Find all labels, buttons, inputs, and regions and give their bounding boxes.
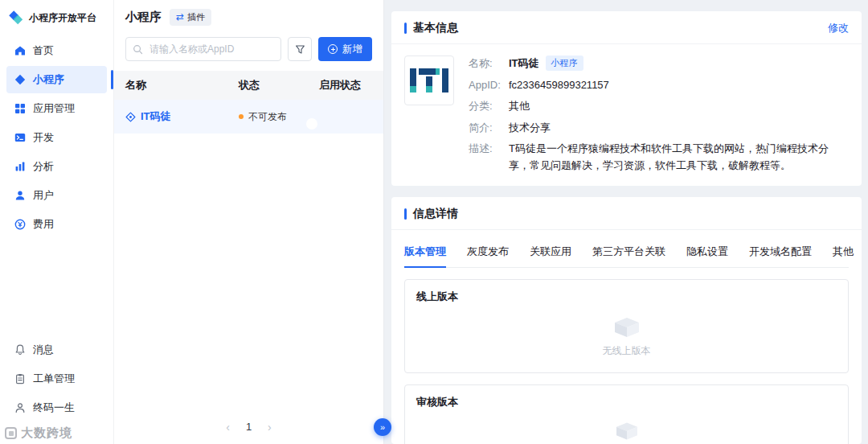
sidebar-item-user[interactable]: 用户	[6, 182, 107, 209]
sidebar-item-fee[interactable]: 费用	[6, 211, 107, 238]
add-button-label: 新增	[342, 43, 362, 56]
panel-title: 小程序	[125, 10, 162, 25]
sidebar-nav: 首页 小程序 应用管理	[0, 37, 113, 238]
field-label-appid: AppID:	[469, 77, 509, 93]
sidebar-item-miniapp[interactable]: 小程序	[6, 66, 107, 93]
sidebar-item-tickets[interactable]: 工单管理	[6, 365, 107, 393]
pagination: ‹ 1 ›	[114, 421, 383, 433]
miniapp-icon	[125, 112, 136, 122]
column-header-enabled: 启用状态	[319, 78, 372, 92]
plugin-badge[interactable]: ⇄ 插件	[170, 9, 211, 26]
basic-info-card: 基本信息 修改 名称:	[391, 11, 862, 186]
coin-icon	[14, 219, 26, 231]
sidebar-item-label: 工单管理	[33, 372, 75, 386]
status-text: 不可发布	[248, 110, 287, 124]
review-version-section: 审核版本 暂无数据	[404, 384, 849, 444]
table-header-row: 名称 状态 启用状态	[114, 71, 383, 100]
sidebar-item-home[interactable]: 首页	[6, 37, 107, 64]
terminal-icon	[14, 132, 26, 144]
pagination-current-page[interactable]: 1	[246, 421, 252, 433]
table-row[interactable]: IT码徒 不可发布	[114, 100, 383, 134]
app-window: 小程序开放平台 首页 小程序	[0, 0, 868, 444]
field-value-category: 其他	[509, 98, 530, 114]
search-row: 新增	[114, 34, 383, 71]
status-dot	[239, 114, 244, 119]
swap-icon: ⇄	[176, 12, 184, 22]
sidebar-item-app-management[interactable]: 应用管理	[6, 95, 107, 122]
field-value-intro: 技术分享	[509, 120, 551, 136]
info-detail-header: 信息详情	[391, 207, 862, 230]
card-title: 基本信息	[413, 21, 458, 35]
field-row-appid: AppID: fc2336459899321157	[469, 77, 849, 93]
sidebar: 小程序开放平台 首页 小程序	[0, 0, 114, 444]
grid-icon	[14, 103, 26, 115]
sidebar-bottom-nav: 消息 工单管理 终码一	[0, 335, 113, 423]
field-label-desc: 描述:	[469, 141, 509, 175]
field-label-category: 分类:	[469, 98, 509, 114]
info-detail-tabs: 版本管理 灰度发布 关联应用 第三方平台关联 隐私设置 开发域名配置 其他	[404, 241, 849, 268]
search-input[interactable]	[148, 43, 274, 56]
field-row-desc: 描述: T码徒是一个程序猿编程技术和软件工具下载的网站，热门编程技术分享，常见问…	[469, 141, 849, 175]
tab-version-management[interactable]: 版本管理	[404, 241, 446, 267]
online-version-empty-state: 无线上版本	[416, 304, 837, 363]
collapse-panel-button[interactable]: »	[374, 418, 391, 436]
person-icon	[14, 402, 26, 414]
field-row-name: 名称: IT码徒小程序	[469, 56, 849, 72]
sidebar-item-account[interactable]: 终码一生	[6, 394, 107, 421]
tab-third-party-platform[interactable]: 第三方平台关联	[592, 241, 665, 267]
app-logo: 小程序开放平台	[0, 0, 113, 35]
add-button[interactable]: 新增	[318, 37, 372, 61]
tab-gray-release[interactable]: 灰度发布	[467, 241, 509, 267]
online-version-section: 线上版本 无线上版本	[404, 279, 849, 373]
detail-panel: 基本信息 修改 名称:	[384, 0, 868, 444]
field-label-intro: 简介:	[469, 120, 509, 136]
tab-other[interactable]: 其他	[833, 241, 854, 267]
sidebar-item-label: 开发	[33, 130, 54, 145]
funnel-icon	[295, 44, 305, 55]
column-header-name: 名称	[125, 78, 239, 92]
edit-link[interactable]: 修改	[828, 21, 849, 35]
search-icon	[133, 44, 143, 55]
field-value-desc: T码徒是一个程序猿编程技术和软件工具下载的网站，热门编程技术分享，常见问题解决，…	[509, 141, 849, 175]
bell-icon	[14, 344, 26, 356]
search-box	[125, 37, 281, 61]
app-logo-icon	[8, 10, 24, 26]
section-title-online: 线上版本	[416, 290, 837, 304]
pagination-next-icon[interactable]: ›	[268, 421, 272, 433]
double-arrow-icon: »	[380, 422, 385, 432]
accent-bar	[404, 23, 407, 34]
basic-info-body: 名称: IT码徒小程序 AppID: fc2336459899321157 分类…	[404, 56, 849, 175]
sidebar-item-label: 首页	[33, 43, 54, 58]
sidebar-item-label: 应用管理	[33, 101, 75, 116]
panel-header: 小程序 ⇄ 插件	[114, 0, 383, 34]
accent-bar	[404, 208, 407, 220]
sidebar-item-label: 终码一生	[33, 401, 75, 415]
empty-text: 无线上版本	[603, 344, 651, 358]
user-icon	[14, 190, 26, 202]
miniapp-type-badge: 小程序	[546, 56, 583, 71]
sidebar-item-label: 用户	[33, 188, 54, 203]
app-logo-image	[404, 56, 454, 105]
tab-linked-apps[interactable]: 关联应用	[530, 241, 571, 267]
home-icon	[14, 45, 26, 57]
filter-button[interactable]	[288, 37, 312, 61]
column-header-status: 状态	[239, 78, 319, 92]
app-name-link[interactable]: IT码徒	[141, 109, 171, 124]
tab-privacy-settings[interactable]: 隐私设置	[686, 241, 728, 267]
miniapp-table: 名称 状态 启用状态 IT码徒 不可发布	[114, 71, 383, 134]
pagination-prev-icon[interactable]: ‹	[226, 421, 230, 433]
sidebar-item-messages[interactable]: 消息	[6, 336, 107, 364]
card-title: 信息详情	[413, 207, 458, 221]
tab-dev-domain-config[interactable]: 开发域名配置	[749, 241, 812, 267]
empty-box-icon	[611, 421, 643, 442]
sidebar-item-label: 小程序	[33, 72, 64, 87]
basic-info-fields: 名称: IT码徒小程序 AppID: fc2336459899321157 分类…	[469, 56, 849, 175]
toggle-knob	[306, 118, 317, 130]
basic-info-header: 基本信息 修改	[391, 21, 862, 44]
sidebar-item-dev[interactable]: 开发	[6, 124, 107, 151]
section-title-review: 审核版本	[416, 395, 837, 409]
field-row-category: 分类: 其他	[469, 98, 849, 114]
sidebar-item-analysis[interactable]: 分析	[6, 153, 107, 180]
diamond-icon	[14, 74, 26, 86]
field-value-appid: fc2336459899321157	[509, 77, 609, 93]
